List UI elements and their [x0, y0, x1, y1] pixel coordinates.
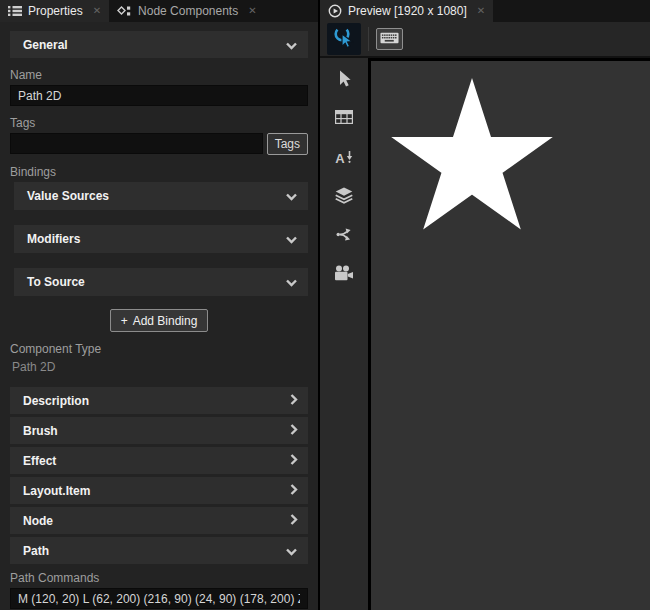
layers-tool-button[interactable]: [329, 185, 359, 209]
grid-tool-button[interactable]: [329, 107, 359, 131]
tags-input[interactable]: [10, 133, 263, 154]
path-commands-input[interactable]: [10, 588, 308, 609]
layers-icon: [335, 187, 353, 208]
text-tool-icon: A: [335, 152, 344, 165]
text-cursor-arrow-icon: [346, 149, 353, 167]
section-value-sources-title: Value Sources: [27, 189, 285, 203]
plus-icon: +: [121, 314, 128, 328]
component-type-label: Component Type: [10, 342, 308, 356]
interact-cursor-icon: [332, 25, 356, 53]
text-tool-button[interactable]: A: [329, 146, 359, 170]
chevron-right-icon: [290, 392, 298, 410]
section-general[interactable]: General: [10, 31, 308, 58]
play-circle-icon: [328, 4, 342, 18]
tags-row: Tags: [10, 133, 308, 155]
section-to-source[interactable]: To Source: [14, 268, 308, 296]
section-modifiers[interactable]: Modifiers: [14, 225, 308, 253]
section-layout-item-title: Layout.Item: [23, 484, 290, 498]
left-tab-bar: Properties ✕ Node Components ✕: [0, 0, 318, 22]
tab-preview-close-icon[interactable]: ✕: [477, 6, 485, 16]
section-path-title: Path: [23, 544, 285, 558]
section-description-title: Description: [23, 394, 290, 408]
add-binding-label: Add Binding: [133, 314, 198, 328]
connections-tool-button[interactable]: [329, 224, 359, 248]
interact-cursor-button[interactable]: [327, 23, 361, 55]
grid-icon: [335, 110, 353, 128]
app-window: Properties ✕ Node Components ✕ General: [0, 0, 650, 610]
preview-toolbar: [320, 22, 650, 58]
node-components-icon: [117, 4, 132, 18]
keyboard-icon: [380, 30, 399, 48]
preview-main: A: [320, 58, 650, 610]
path-commands-label: Path Commands: [10, 571, 308, 585]
tab-properties-label: Properties: [28, 4, 83, 18]
section-modifiers-title: Modifiers: [27, 232, 285, 246]
bindings-label: Bindings: [10, 165, 308, 179]
pointer-tool-button[interactable]: [329, 68, 359, 92]
section-brush[interactable]: Brush: [10, 417, 308, 444]
section-effect-title: Effect: [23, 454, 290, 468]
chevron-right-icon: [290, 512, 298, 530]
camera-tool-button[interactable]: [329, 263, 359, 287]
connections-icon: [336, 227, 352, 246]
star-shape: [371, 61, 573, 238]
properties-panel: Properties ✕ Node Components ✕ General: [0, 0, 318, 610]
properties-list-icon: [8, 5, 22, 17]
section-general-title: General: [23, 38, 285, 52]
add-binding-button[interactable]: + Add Binding: [110, 309, 209, 332]
section-value-sources[interactable]: Value Sources: [14, 182, 308, 210]
component-type-value: Path 2D: [12, 360, 308, 374]
chevron-down-icon: [285, 273, 298, 291]
section-to-source-title: To Source: [27, 275, 285, 289]
tab-node-components-label: Node Components: [138, 4, 238, 18]
chevron-down-icon: [285, 187, 298, 205]
section-node-title: Node: [23, 514, 290, 528]
camera-icon: [334, 265, 354, 285]
section-path[interactable]: Path: [10, 537, 308, 564]
tab-node-components[interactable]: Node Components ✕: [109, 0, 264, 22]
virtual-keyboard-button[interactable]: [376, 28, 403, 50]
chevron-down-icon: [285, 36, 298, 54]
chevron-right-icon: [290, 482, 298, 500]
preview-side-toolbar: A: [320, 58, 368, 610]
chevron-down-icon: [285, 230, 298, 248]
chevron-right-icon: [290, 452, 298, 470]
star-polygon: [391, 78, 553, 230]
tab-properties[interactable]: Properties ✕: [0, 0, 109, 22]
chevron-down-icon: [285, 542, 298, 560]
section-description[interactable]: Description: [10, 387, 308, 414]
tab-preview[interactable]: Preview [1920 x 1080] ✕: [320, 0, 493, 22]
name-input[interactable]: [10, 85, 308, 106]
tags-button[interactable]: Tags: [267, 133, 308, 155]
chevron-right-icon: [290, 422, 298, 440]
tab-node-components-close-icon[interactable]: ✕: [248, 6, 256, 16]
tab-properties-close-icon[interactable]: ✕: [93, 6, 101, 16]
toolbar-divider: [368, 27, 369, 51]
properties-body: General Name Tags Tags Bindings Value So…: [0, 22, 318, 610]
tags-label: Tags: [10, 116, 308, 130]
section-brush-title: Brush: [23, 424, 290, 438]
section-layout-item[interactable]: Layout.Item: [10, 477, 308, 504]
section-effect[interactable]: Effect: [10, 447, 308, 474]
preview-tab-bar: Preview [1920 x 1080] ✕: [320, 0, 650, 22]
pointer-icon: [335, 69, 353, 92]
name-label: Name: [10, 68, 308, 82]
section-node[interactable]: Node: [10, 507, 308, 534]
preview-panel: Preview [1920 x 1080] ✕: [318, 0, 650, 610]
tab-preview-label: Preview [1920 x 1080]: [348, 4, 467, 18]
preview-canvas[interactable]: [368, 58, 650, 610]
